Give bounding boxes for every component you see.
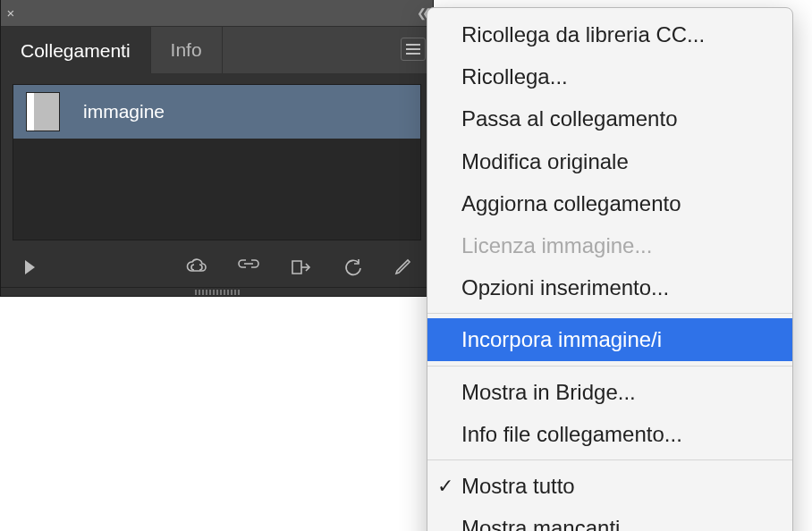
menu-item-show-bridge[interactable]: Mostra in Bridge...	[427, 371, 792, 413]
menu-item-edit-original[interactable]: Modifica originale	[427, 140, 792, 182]
menu-item-show-missing[interactable]: Mostra mancanti	[427, 507, 792, 531]
tab-info[interactable]: Info	[151, 27, 223, 73]
tab-label: Collegamenti	[21, 40, 131, 62]
menu-item-label: Info file collegamento...	[461, 422, 682, 446]
menu-item-goto-link[interactable]: Passa al collegamento	[427, 97, 792, 139]
cloud-link-icon[interactable]	[184, 257, 209, 278]
menu-item-label: Licenza immagine...	[461, 233, 652, 257]
menu-item-label: Ricollega...	[461, 64, 568, 88]
menu-item-label: Opzioni inserimento...	[461, 275, 669, 299]
panel-body: immagine	[1, 73, 433, 248]
menu-item-relink-cc[interactable]: Ricollega da libreria CC...	[427, 13, 792, 55]
links-list: immagine	[13, 84, 421, 240]
menu-item-label: Passa al collegamento	[461, 106, 677, 131]
menu-item-update-link[interactable]: Aggiorna collegamento	[427, 182, 792, 224]
list-item[interactable]: immagine	[13, 85, 420, 139]
menu-item-label: Mostra in Bridge...	[461, 380, 636, 404]
panel-tabs: Collegamenti Info	[1, 27, 433, 73]
goto-icon[interactable]	[288, 257, 313, 278]
check-icon: ✓	[437, 471, 453, 502]
menu-item-label: Aggiorna collegamento	[461, 191, 681, 215]
panel-footer	[1, 248, 433, 287]
menu-item-label: Mostra tutto	[461, 474, 575, 498]
menu-separator	[427, 313, 792, 314]
menu-item-link-file-info[interactable]: Info file collegamento...	[427, 413, 792, 455]
menu-item-relink[interactable]: Ricollega...	[427, 55, 792, 97]
link-item-label: immagine	[83, 101, 165, 122]
links-panel: × ❮❮ Collegamenti Info immagine	[0, 0, 434, 297]
expand-icon[interactable]	[17, 257, 42, 278]
context-menu: Ricollega da libreria CC... Ricollega...…	[427, 7, 793, 531]
tab-links[interactable]: Collegamenti	[1, 27, 151, 73]
refresh-icon[interactable]	[340, 257, 365, 278]
flyout-menu-button[interactable]	[401, 38, 426, 61]
menu-item-show-all[interactable]: ✓ Mostra tutto	[427, 465, 792, 507]
tab-label: Info	[171, 39, 202, 61]
thumbnail-icon	[26, 92, 60, 131]
menu-item-placement-options[interactable]: Opzioni inserimento...	[427, 266, 792, 308]
link-icon[interactable]	[236, 257, 261, 278]
menu-separator	[427, 366, 792, 367]
menu-item-label: Mostra mancanti	[461, 516, 620, 531]
menu-item-embed-image[interactable]: Incorpora immagine/i	[427, 318, 792, 360]
close-icon[interactable]: ×	[1, 0, 21, 27]
resize-grip[interactable]	[1, 287, 433, 296]
menu-separator	[427, 459, 792, 460]
menu-item-license-image: Licenza immagine...	[427, 224, 792, 266]
menu-item-label: Modifica originale	[461, 149, 629, 173]
edit-icon[interactable]	[392, 257, 417, 278]
menu-item-label: Incorpora immagine/i	[461, 327, 662, 351]
menu-item-label: Ricollega da libreria CC...	[461, 22, 705, 46]
panel-header: × ❮❮	[1, 0, 433, 27]
